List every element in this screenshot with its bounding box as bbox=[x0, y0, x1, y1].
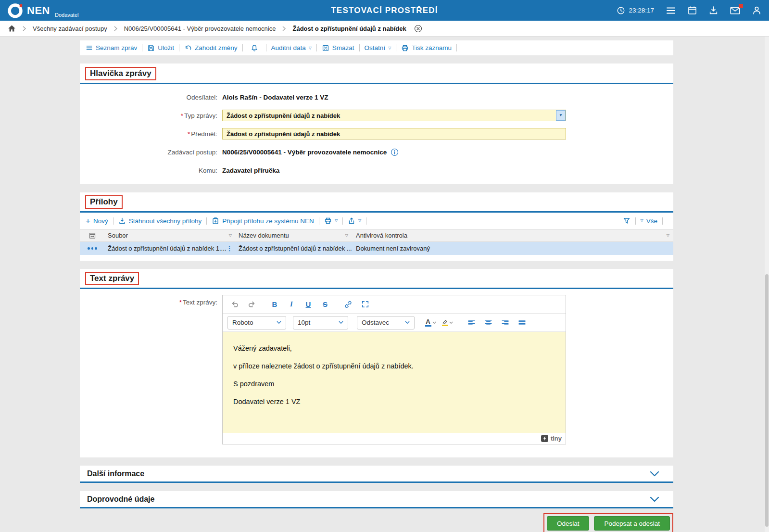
column-filter-icon[interactable]: ▽ bbox=[229, 233, 232, 238]
chevron-down-icon: ▼ bbox=[559, 114, 563, 117]
insert-link-button[interactable] bbox=[341, 298, 355, 311]
downloads-button[interactable] bbox=[709, 6, 718, 15]
bold-icon: B bbox=[272, 301, 277, 308]
undo-icon bbox=[231, 300, 239, 308]
home-icon bbox=[8, 25, 16, 32]
logo-text: NEN bbox=[27, 5, 50, 16]
row-document-name: Žádost o zpřístupnění údajů z nabídek ..… bbox=[235, 245, 352, 252]
fullscreen-icon bbox=[361, 300, 369, 308]
align-center-button[interactable] bbox=[481, 316, 495, 329]
column-header-file[interactable]: Soubor ▽ bbox=[105, 232, 235, 239]
chevron-down-icon bbox=[432, 321, 436, 324]
message-list-button[interactable]: Seznam zpráv bbox=[86, 44, 137, 51]
messages-button[interactable] bbox=[730, 6, 740, 15]
download-all-attachments-button[interactable]: Stáhnout všechny přílohy bbox=[118, 217, 202, 225]
procedure-info-button[interactable] bbox=[391, 148, 399, 156]
bold-button[interactable]: B bbox=[267, 298, 282, 311]
font-family-select[interactable]: Roboto bbox=[227, 316, 286, 329]
align-right-button[interactable] bbox=[498, 316, 512, 329]
info-icon bbox=[391, 148, 399, 156]
procedure-label: Zadávací postup: bbox=[80, 149, 222, 156]
subject-input[interactable]: Žádost o zpřístupnění údajů z nabídek bbox=[222, 128, 566, 139]
font-color-button[interactable]: A bbox=[423, 316, 438, 329]
main-menu-button[interactable] bbox=[666, 6, 676, 15]
funnel-icon bbox=[623, 217, 630, 225]
sign-and-send-button[interactable]: Podepsat a odeslat bbox=[594, 516, 670, 531]
breadcrumb: Všechny zadávací postupy N006/25/V000056… bbox=[0, 21, 769, 37]
align-justify-button[interactable] bbox=[515, 316, 529, 329]
close-record-button[interactable] bbox=[414, 25, 422, 33]
dropdown-triangle-icon: ▽ bbox=[335, 219, 338, 223]
message-text-label: Text zprávy: bbox=[183, 299, 217, 306]
unread-badge bbox=[739, 4, 743, 8]
row-actions-button[interactable] bbox=[88, 247, 97, 250]
expand-chevron-icon[interactable] bbox=[650, 496, 659, 502]
rich-text-editor: B I U S bbox=[222, 295, 566, 444]
column-chooser-button[interactable] bbox=[88, 232, 96, 240]
print-record-button[interactable]: Tisk záznamu bbox=[401, 44, 452, 52]
column-filter-icon[interactable]: ▽ bbox=[667, 233, 669, 238]
row-menu-icon[interactable]: ⋮ bbox=[226, 245, 232, 252]
app-header: NEN Dodavatel TESTOVACÍ PROSTŘEDÍ 23:28:… bbox=[0, 0, 769, 21]
user-profile-button[interactable] bbox=[752, 6, 761, 15]
calendar-button[interactable] bbox=[688, 6, 697, 15]
expand-chevron-icon[interactable] bbox=[650, 471, 659, 477]
audit-data-button[interactable]: Auditní data ▽ bbox=[271, 44, 312, 51]
vertical-scrollbar[interactable] bbox=[765, 37, 769, 532]
section-accompanying-data[interactable]: Doprovodné údaje bbox=[80, 491, 673, 508]
font-size-select[interactable]: 10pt bbox=[293, 316, 348, 329]
italic-button[interactable]: I bbox=[284, 298, 299, 311]
tiny-logo-icon bbox=[541, 435, 548, 442]
breadcrumb-item-procedure[interactable]: N006/25/V00005641 - Výběr provozovatele … bbox=[124, 25, 276, 32]
print-attachments-button[interactable]: ▽ bbox=[324, 217, 338, 225]
sender-value: Alois Rašín - Dodavatel verze 1 VZ bbox=[222, 94, 328, 101]
attach-from-system-button[interactable]: Připojit přílohu ze systému NEN bbox=[212, 217, 314, 225]
attachments-toolbar: + Nový Stáhnout všechny přílohy Připojit… bbox=[80, 213, 673, 229]
column-filter-icon[interactable]: ▽ bbox=[345, 233, 348, 238]
message-paragraph: Dodavatel verze 1 VZ bbox=[233, 398, 555, 405]
message-type-select[interactable]: Žádost o zpřístupnění údajů z nabídek ▼ bbox=[222, 110, 566, 121]
row-antivirus-status: Dokument není zavirovaný bbox=[352, 245, 673, 252]
hamburger-icon bbox=[666, 6, 676, 15]
other-actions-button[interactable]: Ostatní ▽ bbox=[365, 44, 391, 51]
editor-content-area[interactable]: Vážený zadavateli, v příloze naleznete ž… bbox=[223, 332, 566, 433]
strikethrough-button[interactable]: S bbox=[318, 298, 332, 311]
new-attachment-button[interactable]: + Nový bbox=[86, 217, 108, 225]
nen-logo[interactable]: NEN Dodavatel bbox=[8, 2, 79, 18]
fullscreen-button[interactable] bbox=[358, 298, 372, 311]
section-message-header: Hlavička zprávy Odesílatel: Alois Rašín … bbox=[80, 63, 673, 184]
highlight-color-button[interactable] bbox=[440, 316, 454, 329]
editor-toolbar-row-1: B I U S bbox=[223, 295, 566, 314]
align-right-icon bbox=[501, 318, 509, 327]
table-row[interactable]: Žádost o zpřístupnění údajů z nabídek 1.… bbox=[80, 242, 673, 255]
printer-icon bbox=[324, 217, 332, 225]
redo-button[interactable] bbox=[244, 298, 259, 311]
filter-preset-select[interactable]: ▽ Vše bbox=[641, 217, 657, 225]
undo-button[interactable] bbox=[227, 298, 242, 311]
procedure-value: N006/25/V00005641 - Výběr provozovatele … bbox=[222, 149, 387, 156]
section-title: Další informace bbox=[87, 469, 144, 478]
delete-button[interactable]: Smazat bbox=[322, 44, 354, 52]
column-header-antivirus[interactable]: Antivirová kontrola ▽ bbox=[352, 232, 673, 239]
notifications-button[interactable] bbox=[248, 44, 261, 52]
form-row-procedure: Zadávací postup: N006/25/V00005641 - Výb… bbox=[80, 146, 673, 158]
message-paragraph: Vážený zadavateli, bbox=[233, 344, 555, 352]
footer-actions: Odeslat Podepsat a odeslat bbox=[80, 513, 673, 532]
home-button[interactable] bbox=[8, 25, 16, 32]
export-attachments-button[interactable]: ▽ bbox=[348, 217, 361, 225]
discard-changes-button[interactable]: Zahodit změny bbox=[184, 44, 238, 52]
block-format-select[interactable]: Odstavec bbox=[357, 316, 415, 329]
filter-button[interactable] bbox=[623, 217, 630, 225]
save-button[interactable]: Uložit bbox=[147, 44, 174, 52]
section-more-information[interactable]: Další informace bbox=[80, 466, 673, 483]
select-arrow-button[interactable]: ▼ bbox=[556, 110, 566, 121]
row-file-name[interactable]: Žádost o zpřístupnění údajů z nabídek 1.… bbox=[108, 245, 226, 252]
editor-toolbar-row-2: Roboto 10pt Odstavec bbox=[223, 314, 566, 332]
underline-button[interactable]: U bbox=[301, 298, 315, 311]
breadcrumb-item-all-procedures[interactable]: Všechny zadávací postupy bbox=[33, 25, 107, 32]
column-header-document-name[interactable]: Název dokumentu ▽ bbox=[235, 232, 352, 239]
scrollbar-thumb[interactable] bbox=[765, 274, 769, 527]
close-circle-icon bbox=[414, 25, 422, 33]
align-left-button[interactable] bbox=[464, 316, 479, 329]
send-button[interactable]: Odeslat bbox=[547, 516, 590, 531]
